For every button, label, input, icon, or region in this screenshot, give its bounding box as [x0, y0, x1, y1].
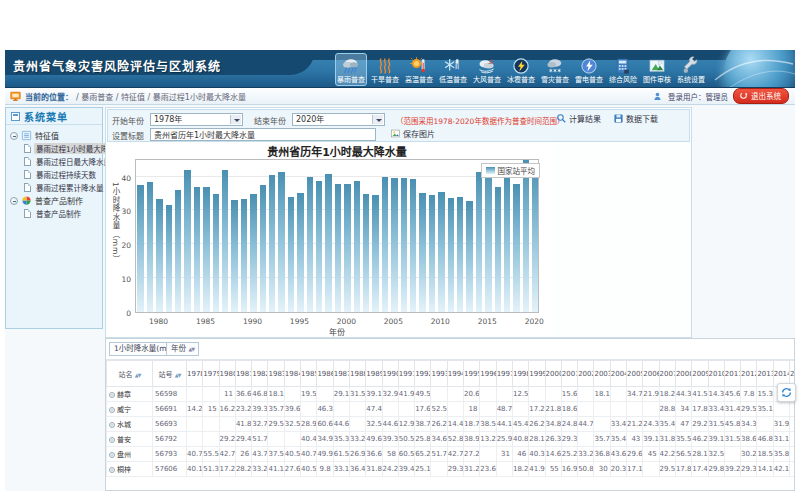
table-row-56691: 威宁5669114.21516.223.239.335.739.646.347.…: [107, 402, 796, 417]
end-year-select[interactable]: 2020年: [292, 113, 385, 126]
sort-arrows-icon[interactable]: ▲▼: [188, 346, 194, 352]
nav-item-rain[interactable]: 暴雨普查: [335, 53, 367, 86]
x-tick-label: 2000: [331, 317, 361, 326]
value-cell-57606-1982: 33.2: [252, 462, 268, 477]
tree-toggle-icon[interactable]: [10, 132, 18, 140]
tree-item-1-0[interactable]: 普查产品制作: [24, 207, 100, 220]
value-cell-56792-2000: 26.3: [545, 432, 561, 447]
y-tick-label: 10: [109, 275, 131, 284]
tree-group-label: 普查产品制作: [35, 195, 83, 206]
station-id-header[interactable]: 站号 ▲▼: [153, 361, 187, 387]
app-title: 贵州省气象灾害风险评估与区划系统: [13, 57, 221, 74]
sort-arrows-icon[interactable]: ▲▼: [135, 372, 141, 378]
value-cell-57606-1978: 40.1: [187, 462, 203, 477]
value-cell-56693-1999: 26.2: [529, 417, 545, 432]
value-cell-56691-1978: 14.2: [187, 402, 203, 417]
hail-icon: [511, 56, 531, 76]
station-name-cell[interactable]: 桐梓: [107, 462, 153, 477]
value-cell-56691-1985: [301, 402, 317, 417]
year-column-header-1996: 1996: [480, 361, 496, 387]
refresh-float-button[interactable]: [777, 383, 796, 402]
value-cell-56793-1996: [480, 447, 496, 462]
value-cell-56792-2010: 39.1: [708, 432, 724, 447]
value-cell-56691-2003: [594, 402, 610, 417]
value-cell-57606-2003: 30: [594, 462, 610, 477]
value-cell-56598-2002: [578, 387, 594, 402]
year-column-header-1999: 1999: [529, 361, 545, 387]
nav-item-calc[interactable]: 综合风险: [607, 53, 639, 86]
nav-item-hot[interactable]: 高温普查: [403, 53, 435, 86]
nav-item-map[interactable]: 图件审核: [641, 53, 673, 86]
station-name-cell[interactable]: 赫章: [107, 387, 153, 402]
sort-arrows-icon[interactable]: ▲▼: [175, 372, 181, 378]
nav-item-cold[interactable]: 低温普查: [437, 53, 469, 86]
row-expand-icon[interactable]: [109, 392, 115, 398]
tree-toggle-icon[interactable]: [10, 197, 18, 205]
station-name-header[interactable]: 站名 ▲▼: [107, 361, 153, 387]
value-cell-56792-2009: 46.2: [692, 432, 708, 447]
station-id-cell: 56598: [153, 387, 187, 402]
value-cell-56792-2001: 29.3: [561, 432, 577, 447]
bar-2005: [391, 178, 397, 312]
value-cell-56693-1986: 60.6: [317, 417, 333, 432]
tree-group-0[interactable]: 特征值: [10, 129, 100, 142]
tree-group-1[interactable]: 普查产品制作: [10, 194, 100, 207]
bar-2001: [354, 181, 360, 312]
value-cell-56691-1995: 18: [464, 402, 480, 417]
value-cell-56691-2002: [578, 402, 594, 417]
nav-item-hail[interactable]: 冰雹普查: [505, 53, 537, 86]
value-cell-56598-1994: [447, 387, 463, 402]
year-column-header-2010: 2010: [708, 361, 724, 387]
value-cell-56792-2013: 46.8: [757, 432, 773, 447]
tree-item-label: 暴雨过程持续天数: [34, 169, 98, 180]
station-name-cell[interactable]: 威宁: [107, 402, 153, 417]
station-name-cell[interactable]: 水城: [107, 417, 153, 432]
value-cell-56598-1996: [480, 387, 496, 402]
value-cell-56691-2015: [789, 402, 795, 417]
value-cell-56793-2008: 56.5: [675, 447, 691, 462]
chart-title-input[interactable]: [150, 128, 376, 141]
save-disk-icon: [613, 113, 624, 124]
value-cell-56693-2008: 47: [675, 417, 691, 432]
value-cell-56793-2011: [724, 447, 740, 462]
station-data-table: 站名 ▲▼站号 ▲▼197819791980198119821983198419…: [106, 360, 795, 477]
column-field-chip[interactable]: 年份 ▲▼: [166, 342, 199, 356]
value-cell-56691-1982: 39.3: [252, 402, 268, 417]
row-expand-icon[interactable]: [109, 467, 115, 473]
tree-item-0-0[interactable]: 暴雨过程1小时最大降水量: [24, 142, 100, 155]
station-name-cell[interactable]: 普安: [107, 432, 153, 447]
nav-item-wrench[interactable]: 系统设置: [675, 53, 707, 86]
nav-item-label: 暴雨普查: [337, 76, 365, 84]
value-cell-56598-2006: 21.9: [643, 387, 659, 402]
value-cell-56792-1994: 52.8: [447, 432, 463, 447]
nav-item-wind[interactable]: 大风普查: [471, 53, 503, 86]
bar-1988: [231, 200, 237, 312]
bar-1984: [194, 187, 200, 312]
calc-result-button[interactable]: 计算结果: [556, 113, 601, 124]
value-cell-56691-1997: 48.7: [496, 402, 512, 417]
tree-item-0-1[interactable]: 暴雨过程日最大降水量: [24, 155, 100, 168]
nav-item-bolt[interactable]: 雷电普查: [573, 53, 605, 86]
nav-item-heat[interactable]: 干旱普查: [369, 53, 401, 86]
value-cell-57606-1979: 51.3: [203, 462, 219, 477]
logout-button[interactable]: 退出系统: [733, 88, 789, 104]
save-image-label: 保存图片: [403, 128, 435, 139]
data-download-button[interactable]: 数据下载: [613, 113, 658, 124]
row-expand-icon[interactable]: [109, 407, 115, 413]
row-expand-icon[interactable]: [109, 437, 115, 443]
station-id-cell: 56693: [153, 417, 187, 432]
station-name-cell[interactable]: 盘州: [107, 447, 153, 462]
tree-item-0-3[interactable]: 暴雨过程累计降水量: [24, 181, 100, 194]
row-expand-icon[interactable]: [109, 422, 115, 428]
value-cell-56793-2003: 36.8: [594, 447, 610, 462]
value-cell-56691-1990: [382, 402, 398, 417]
tree-item-0-2[interactable]: 暴雨过程持续天数: [24, 168, 100, 181]
breadcrumb-path[interactable]: / 暴雨普查 / 特征值 / 暴雨过程1小时最大降水量: [76, 91, 246, 102]
save-image-button[interactable]: 保存图片: [390, 128, 435, 139]
value-cell-56691-1991: [398, 402, 414, 417]
start-year-select[interactable]: 1978年: [150, 113, 243, 126]
nav-item-snow[interactable]: 雪灾普查: [539, 53, 571, 86]
value-cell-56598-1991: 41.9: [398, 387, 414, 402]
row-expand-icon[interactable]: [109, 452, 115, 458]
value-cell-56693-1985: 28.9: [301, 417, 317, 432]
